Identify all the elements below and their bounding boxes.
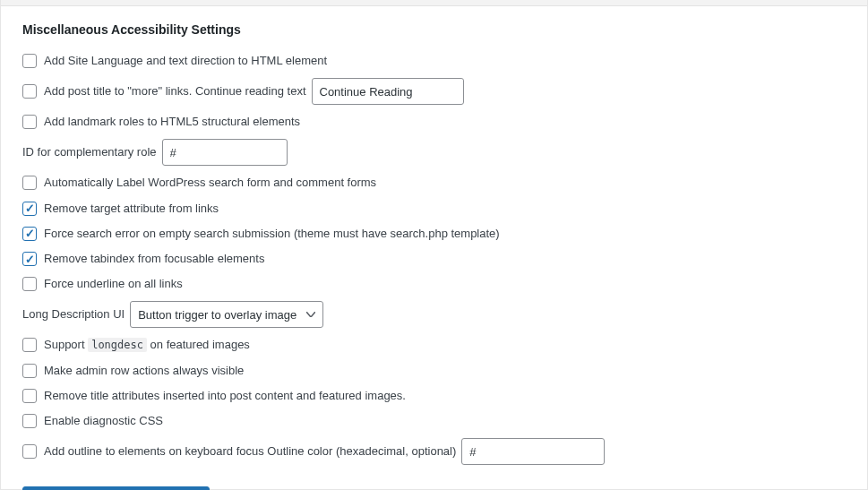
- label-support-longdesc-pre: Support: [44, 338, 88, 351]
- panel-heading: Miscellaneous Accessibility Settings: [22, 22, 846, 37]
- select-longdesc-ui[interactable]: Button trigger to overlay image: [130, 301, 323, 328]
- row-comp-role: ID for complementary role: [22, 139, 846, 166]
- label-add-lang[interactable]: Add Site Language and text direction to …: [44, 53, 327, 69]
- checkbox-support-longdesc[interactable]: [22, 338, 37, 352]
- row-rm-title: Remove title attributes inserted into po…: [22, 388, 846, 404]
- checkbox-rm-target[interactable]: [22, 202, 37, 216]
- label-comp-role: ID for complementary role: [22, 144, 157, 160]
- row-underline: Force underline on all links: [22, 276, 846, 292]
- checkbox-force-search[interactable]: [22, 227, 37, 241]
- row-add-lang: Add Site Language and text direction to …: [22, 53, 846, 69]
- input-comp-role[interactable]: [162, 139, 288, 166]
- label-diag-css[interactable]: Enable diagnostic CSS: [44, 413, 163, 429]
- row-admin-row: Make admin row actions always visible: [22, 363, 846, 379]
- row-longdesc-ui: Long Description UI Button trigger to ov…: [22, 301, 846, 328]
- panel-top-border: [1, 0, 867, 6]
- settings-panel: Miscellaneous Accessibility Settings Add…: [0, 0, 868, 490]
- row-outline: Add outline to elements on keyboard focu…: [22, 438, 846, 465]
- checkbox-rm-tabindex[interactable]: [22, 252, 37, 266]
- row-rm-tabindex: Remove tabindex from focusable elements: [22, 251, 846, 267]
- label-outline[interactable]: Add outline to elements on keyboard focu…: [44, 443, 456, 460]
- checkbox-landmark[interactable]: [22, 115, 37, 129]
- label-auto-label[interactable]: Automatically Label WordPress search for…: [44, 175, 376, 191]
- row-landmark: Add landmark roles to HTML5 structural e…: [22, 114, 846, 130]
- label-rm-tabindex[interactable]: Remove tabindex from focusable elements: [44, 251, 264, 267]
- checkbox-add-lang[interactable]: [22, 54, 37, 68]
- checkbox-admin-row[interactable]: [22, 364, 37, 378]
- label-force-search[interactable]: Force search error on empty search submi…: [44, 226, 500, 242]
- label-add-more[interactable]: Add post title to "more" links. Continue…: [44, 83, 306, 99]
- label-support-longdesc-post: on featured images: [147, 338, 250, 351]
- row-diag-css: Enable diagnostic CSS: [22, 413, 846, 429]
- checkbox-underline[interactable]: [22, 277, 37, 291]
- row-auto-label: Automatically Label WordPress search for…: [22, 175, 846, 191]
- label-underline[interactable]: Force underline on all links: [44, 276, 183, 292]
- input-outline-color[interactable]: [461, 438, 605, 465]
- input-continue-reading[interactable]: [312, 78, 464, 105]
- label-admin-row[interactable]: Make admin row actions always visible: [44, 363, 244, 379]
- code-longdesc: longdesc: [88, 338, 147, 352]
- label-longdesc-ui: Long Description UI: [22, 306, 125, 322]
- checkbox-rm-title[interactable]: [22, 389, 37, 403]
- submit-button[interactable]: Update Miscellaneous Settings: [22, 486, 210, 490]
- label-rm-title[interactable]: Remove title attributes inserted into po…: [44, 388, 406, 404]
- label-support-longdesc[interactable]: Support longdesc on featured images: [44, 337, 250, 353]
- checkbox-add-more[interactable]: [22, 84, 37, 99]
- row-add-more: Add post title to "more" links. Continue…: [22, 78, 846, 105]
- row-support-longdesc: Support longdesc on featured images: [22, 337, 846, 353]
- checkbox-auto-label[interactable]: [22, 176, 37, 190]
- checkbox-diag-css[interactable]: [22, 414, 37, 428]
- row-force-search: Force search error on empty search submi…: [22, 226, 846, 242]
- row-rm-target: Remove target attribute from links: [22, 201, 846, 217]
- label-landmark[interactable]: Add landmark roles to HTML5 structural e…: [44, 114, 300, 130]
- checkbox-outline[interactable]: [22, 444, 37, 459]
- label-rm-target[interactable]: Remove target attribute from links: [44, 201, 219, 217]
